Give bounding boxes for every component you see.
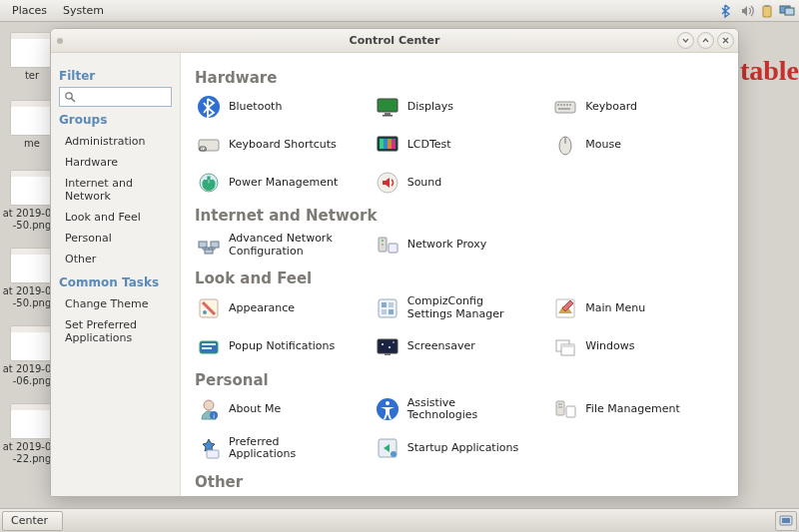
applet-label: CompizConfig Settings Manager [407, 295, 527, 320]
minimize-button[interactable] [677, 32, 694, 49]
svg-line-5 [72, 99, 76, 103]
applet-label: Power Management [229, 177, 338, 190]
settings-applet[interactable]: Assistive Technologies [374, 395, 546, 424]
filter-input[interactable] [80, 90, 167, 104]
top-panel: Places System [0, 0, 799, 22]
filter-search[interactable] [59, 87, 172, 107]
display-tray-icon[interactable] [779, 3, 795, 19]
clipboard-tray-icon[interactable] [759, 3, 775, 19]
settings-applet[interactable]: LCDTest [374, 131, 546, 159]
sidebar-group-item[interactable]: Internet and Network [59, 173, 172, 207]
file-icon [10, 100, 54, 136]
applet-label: Network Proxy [407, 239, 487, 252]
menu-places[interactable]: Places [4, 2, 55, 19]
settings-applet[interactable]: Screensaver [374, 333, 546, 361]
sidebar-common-task[interactable]: Set Preferred Applications [59, 314, 172, 348]
desktop-text-fragment: table [740, 55, 799, 87]
settings-applet[interactable]: CompizConfig Settings Manager [374, 293, 546, 322]
a11y-icon [376, 397, 400, 421]
taskbar-button-control-center[interactable]: Center [2, 511, 63, 531]
settings-applet[interactable]: Windows [551, 333, 724, 361]
sidebar-group-item[interactable]: Personal [59, 228, 172, 249]
settings-applet[interactable]: Bluetooth [195, 93, 368, 121]
content-area: HardwareBluetoothDisplaysKeyboardKeyboar… [181, 53, 738, 496]
applet-label: Startup Applications [407, 442, 519, 455]
close-button[interactable] [717, 32, 734, 49]
applet-label: Bluetooth [229, 101, 282, 114]
applet-label: Main Menu [585, 302, 645, 315]
applet-label: Displays [407, 101, 453, 114]
applet-label: Assistive Technologies [407, 397, 527, 422]
applet-label: Screensaver [407, 340, 475, 353]
bottom-panel: Center [0, 508, 799, 532]
sidebar-common-task[interactable]: Change Theme [59, 293, 172, 314]
sidebar-filter-heading: Filter [59, 69, 172, 83]
settings-applet[interactable]: Sound [374, 169, 546, 197]
titlebar[interactable]: Control Center [51, 29, 738, 53]
file-icon [10, 403, 54, 439]
settings-applet[interactable]: Power Management [195, 169, 368, 197]
settings-applet[interactable]: File Management [551, 395, 724, 424]
settings-applet[interactable]: Advanced Network Configuration [195, 231, 368, 260]
about-icon [197, 397, 221, 421]
settings-applet[interactable]: Keyboard Shortcuts [195, 131, 368, 159]
screensaver-icon [376, 335, 400, 359]
ccsm-icon [376, 296, 400, 320]
settings-applet[interactable]: Displays [374, 93, 546, 121]
window-menu-icon[interactable] [57, 38, 63, 44]
applet-label: Keyboard Shortcuts [229, 139, 337, 152]
svg-rect-0 [763, 6, 771, 17]
keyboard-icon [553, 95, 577, 119]
maximize-button[interactable] [697, 32, 714, 49]
section-heading: Look and Feel [195, 269, 724, 287]
applet-label: Preferred Applications [229, 436, 349, 461]
settings-applet[interactable]: Network Proxy [374, 231, 546, 260]
sidebar-group-item[interactable]: Administration [59, 131, 172, 152]
popup-icon [197, 335, 221, 359]
file-icon [10, 32, 54, 68]
menu-system[interactable]: System [55, 2, 112, 19]
section-heading: Internet and Network [195, 207, 724, 225]
prefapp-icon [197, 436, 221, 460]
show-desktop-button[interactable] [775, 511, 797, 531]
settings-applet[interactable]: Popup Notifications [195, 333, 368, 361]
applet-label: Mouse [585, 139, 621, 152]
volume-tray-icon[interactable] [739, 3, 755, 19]
appearance-icon [197, 296, 221, 320]
sidebar: Filter Groups AdministrationHardwareInte… [51, 53, 181, 496]
windows-icon [553, 335, 577, 359]
applet-label: About Me [229, 403, 281, 416]
section-heading: Hardware [195, 69, 724, 87]
svg-point-4 [66, 93, 72, 99]
sidebar-group-item[interactable]: Hardware [59, 152, 172, 173]
file-icon [10, 170, 54, 206]
applet-label: Appearance [229, 302, 295, 315]
settings-applet[interactable]: Keyboard [551, 93, 724, 121]
mouse-icon [553, 133, 577, 157]
settings-applet[interactable]: About Me [195, 395, 368, 424]
settings-applet[interactable]: Mouse [551, 131, 724, 159]
svg-rect-3 [785, 8, 794, 15]
proxy-icon [376, 234, 400, 258]
sound-icon [376, 171, 400, 195]
system-tray [719, 3, 795, 19]
applet-label: Popup Notifications [229, 340, 335, 353]
settings-applet[interactable]: Main Menu [551, 293, 724, 322]
settings-applet[interactable]: Preferred Applications [195, 434, 368, 463]
search-icon [64, 91, 76, 103]
settings-applet[interactable]: Appearance [195, 293, 368, 322]
sidebar-group-item[interactable]: Look and Feel [59, 207, 172, 228]
svg-rect-7 [782, 518, 790, 523]
section-heading: Other [195, 473, 724, 491]
applet-label: File Management [585, 403, 679, 416]
bluetooth-tray-icon[interactable] [719, 3, 735, 19]
bluetooth-icon [197, 95, 221, 119]
applet-label: Sound [407, 177, 442, 190]
kb-shortcut-icon [197, 133, 221, 157]
sidebar-group-item[interactable]: Other [59, 249, 172, 269]
sidebar-common-heading: Common Tasks [59, 275, 172, 289]
settings-applet[interactable]: Startup Applications [374, 434, 546, 463]
applet-label: Keyboard [585, 101, 637, 114]
lcdtest-icon [376, 133, 400, 157]
filemgr-icon [553, 397, 577, 421]
